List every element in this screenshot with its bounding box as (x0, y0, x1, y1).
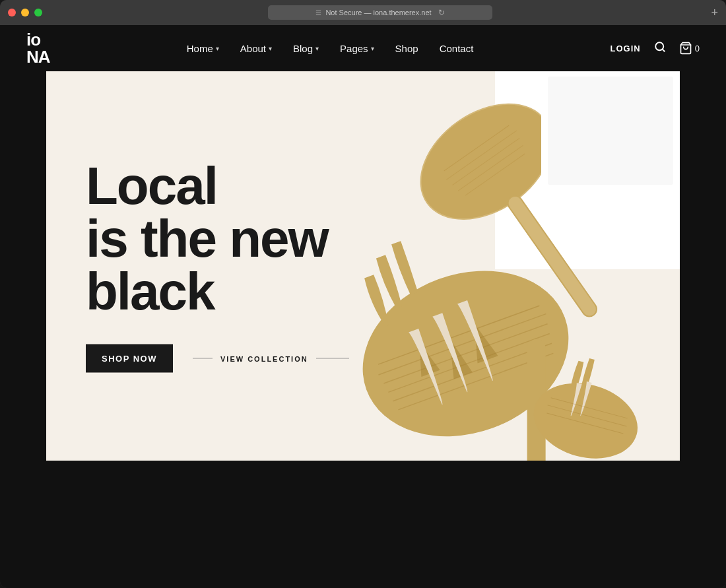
lock-icon: ☰ (315, 9, 321, 16)
nav-item-home[interactable]: Home ▾ (187, 43, 219, 54)
nav-item-about[interactable]: About ▾ (240, 43, 272, 54)
search-icon[interactable] (654, 41, 666, 55)
nav-links: Home ▾ About ▾ Blog ▾ (187, 43, 474, 54)
svg-line-1 (662, 49, 664, 51)
website-content: ioNA Home ▾ About ▾ (0, 25, 726, 588)
new-tab-button[interactable]: + (711, 6, 718, 20)
hero-buttons: SHOP NOW VIEW COLLECTION (86, 344, 349, 373)
reload-icon: ↻ (438, 8, 445, 17)
nav-link-contact[interactable]: Contact (440, 43, 474, 54)
hero-section: Local is the new black SHOP NOW VIEW COL… (46, 71, 680, 461)
url-text: Not Secure — iona.themerex.net (325, 9, 431, 16)
chevron-down-icon: ▾ (216, 45, 219, 52)
nav-item-pages[interactable]: Pages ▾ (340, 43, 374, 54)
traffic-lights (8, 9, 42, 16)
login-button[interactable]: LOGIN (610, 44, 641, 53)
chevron-down-icon: ▾ (315, 45, 319, 52)
nav-link-about[interactable]: About ▾ (240, 43, 272, 54)
cart-count: 0 (695, 44, 700, 53)
nav-item-shop[interactable]: Shop (395, 43, 418, 54)
nav-item-blog[interactable]: Blog ▾ (293, 43, 319, 54)
nav-link-shop[interactable]: Shop (395, 43, 418, 54)
nav-item-contact[interactable]: Contact (440, 43, 474, 54)
nav-link-pages[interactable]: Pages ▾ (340, 43, 374, 54)
maximize-button[interactable] (34, 9, 42, 16)
hero-content: Local is the new black SHOP NOW VIEW COL… (86, 160, 349, 373)
title-bar: ☰ Not Secure — iona.themerex.net ↻ + (0, 0, 726, 25)
hero-headline: Local is the new black (86, 160, 349, 318)
logo-text: ioNA (26, 31, 50, 65)
view-collection-button[interactable]: VIEW COLLECTION (193, 354, 349, 362)
address-bar-area: ☰ Not Secure — iona.themerex.net ↻ (42, 5, 718, 20)
navigation: ioNA Home ▾ About ▾ (0, 25, 726, 71)
minimize-button[interactable] (21, 9, 29, 16)
cart-button[interactable]: 0 (679, 42, 700, 55)
nav-right: LOGIN 0 (610, 41, 700, 55)
nav-link-blog[interactable]: Blog ▾ (293, 43, 319, 54)
browser-window: ☰ Not Secure — iona.themerex.net ↻ + ioN… (0, 0, 726, 588)
svg-rect-27 (548, 77, 673, 185)
close-button[interactable] (8, 9, 16, 16)
address-bar[interactable]: ☰ Not Secure — iona.themerex.net ↻ (268, 5, 492, 20)
chevron-down-icon: ▾ (269, 45, 272, 52)
site-logo[interactable]: ioNA (26, 31, 50, 65)
shop-now-button[interactable]: SHOP NOW (86, 344, 173, 373)
nav-link-home[interactable]: Home ▾ (187, 43, 219, 54)
chevron-down-icon: ▾ (371, 45, 374, 52)
